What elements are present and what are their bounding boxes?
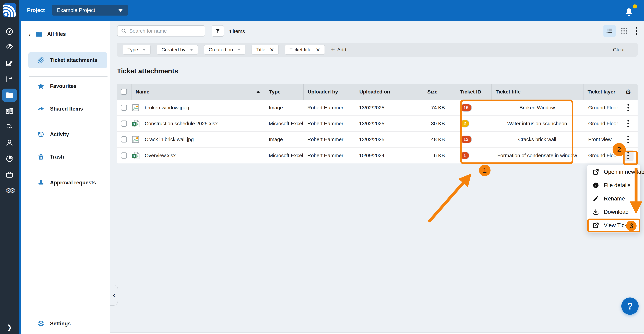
rail-item-dashboard[interactable] <box>0 24 19 40</box>
menu-item-label: File details <box>604 182 630 188</box>
row-actions-kebab-open[interactable] <box>623 150 634 161</box>
help-button[interactable]: ? <box>621 298 638 315</box>
nav-item-settings[interactable]: ⚙ Settings <box>28 316 107 332</box>
table-row[interactable]: broken window.jpeg Image Robert Hammer 1… <box>117 100 638 116</box>
filter-chip-ticket-title[interactable]: Ticket title ✕ <box>285 45 325 54</box>
row-checkbox[interactable] <box>121 105 127 111</box>
app-logo[interactable] <box>3 3 16 17</box>
select-all-checkbox[interactable] <box>121 89 127 95</box>
nav-item-label: Favourites <box>50 83 76 89</box>
row-actions-kebab[interactable] <box>623 102 634 113</box>
nav-item-trash[interactable]: Trash <box>28 149 107 165</box>
column-header-type[interactable]: Type <box>265 84 303 100</box>
list-view-button[interactable] <box>604 25 616 37</box>
row-checkbox[interactable] <box>121 152 127 158</box>
chevron-right-icon[interactable]: › <box>29 31 30 38</box>
menu-item-download[interactable]: Download <box>587 205 640 218</box>
rail-item-documents[interactable] <box>0 87 19 103</box>
menu-item-rename[interactable]: Rename <box>587 192 640 205</box>
table-row[interactable]: X Construction schedule 2025.xlsx Micros… <box>117 116 638 132</box>
nav-item-all-files[interactable]: › All files <box>25 26 107 42</box>
chip-label: Created on <box>209 47 233 52</box>
filter-chip-type[interactable]: Type <box>123 45 150 54</box>
row-actions-kebab[interactable] <box>623 134 634 145</box>
ticket-title: Broken Window <box>520 105 555 110</box>
ticket-id-badge[interactable]: 1 <box>460 152 470 160</box>
nav-item-label: Ticket attachments <box>50 57 97 63</box>
app-window: Project Example Project <box>0 0 644 334</box>
filter-chip-created-by[interactable]: Created by <box>157 45 198 54</box>
filter-funnel-button[interactable] <box>212 25 224 37</box>
nav-item-approval-requests[interactable]: Approval requests <box>28 175 107 190</box>
nav-item-activity[interactable]: Activity <box>28 126 107 142</box>
project-selector[interactable]: Example Project <box>52 5 128 16</box>
filter-chip-title[interactable]: Title ✕ <box>252 45 279 54</box>
uploaded-by: Robert Hammer <box>303 121 355 126</box>
rail-item-flags[interactable] <box>0 119 19 135</box>
search-input[interactable] <box>129 28 201 34</box>
search-box[interactable] <box>117 25 205 36</box>
nav-item-shared-items[interactable]: Shared Items <box>28 101 107 117</box>
column-header-name[interactable]: Name <box>131 84 265 100</box>
ticket-title: Water intrusion scuncheon <box>507 121 567 126</box>
buildings-icon <box>6 107 14 115</box>
rail-item-reports[interactable] <box>0 71 19 87</box>
table-settings-gear-icon[interactable]: ⚙ <box>625 84 631 100</box>
table-row[interactable]: X Overview.xlsx Microsoft Excel Robert H… <box>117 148 638 164</box>
rail-item-projects[interactable] <box>0 167 19 182</box>
form-pen-icon <box>6 59 14 68</box>
ticket-id-badge[interactable]: 13 <box>460 136 472 143</box>
filter-chip-created-on[interactable]: Created on <box>204 45 246 54</box>
rail-expand-button[interactable]: ❯ <box>0 322 19 332</box>
add-filter-button[interactable]: + Add <box>331 47 346 52</box>
row-actions-kebab[interactable] <box>623 118 634 129</box>
table-row[interactable]: Crack in brick wall.jpg Image Robert Ham… <box>117 132 638 148</box>
flag-icon <box>6 123 14 131</box>
column-header-ticket-id[interactable]: Ticket ID <box>456 84 491 100</box>
column-header-uploaded-on[interactable]: Uploaded on <box>355 84 423 100</box>
uploaded-by: Robert Hammer <box>303 105 355 110</box>
menu-item-file-details[interactable]: File details <box>587 178 640 192</box>
file-size: 30 KB <box>431 121 456 126</box>
row-checkbox[interactable] <box>121 120 127 126</box>
rail-item-plans[interactable] <box>0 103 19 119</box>
rail-item-settings[interactable]: ⚙⚙ <box>0 182 19 198</box>
project-label: Project <box>27 7 45 13</box>
close-icon[interactable]: ✕ <box>270 47 274 53</box>
clear-filters-button[interactable]: Clear <box>613 47 632 52</box>
chevron-down-icon <box>142 49 146 51</box>
nav-item-label: Approval requests <box>50 180 96 186</box>
gears-icon: ⚙⚙ <box>6 186 14 194</box>
folder-icon <box>35 30 43 38</box>
chip-label: Type <box>128 47 138 52</box>
menu-item-open-in-new-tab[interactable]: Open in new tab <box>587 165 640 178</box>
uploaded-by: Robert Hammer <box>303 153 355 158</box>
grid-view-button[interactable] <box>618 25 630 37</box>
rail-item-contacts[interactable] <box>0 135 19 151</box>
column-header-ticket-title[interactable]: Ticket title <box>491 84 583 100</box>
column-header-uploaded-by[interactable]: Uploaded by <box>303 84 355 100</box>
paperclip-icon <box>37 56 44 64</box>
top-bar: Project Example Project <box>19 0 644 20</box>
uploaded-on: 13/02/2025 <box>355 136 423 142</box>
nav-item-favourites[interactable]: Favourites <box>28 78 107 94</box>
column-header-size[interactable]: Size <box>423 84 456 100</box>
nav-item-ticket-attachments[interactable]: Ticket attachments <box>28 52 107 68</box>
rail-item-tags[interactable] <box>0 40 19 56</box>
stamp-icon <box>37 179 44 186</box>
menu-item-view-ticket[interactable]: View Ticket <box>587 218 640 232</box>
ticket-id-badge[interactable]: 16 <box>460 104 472 112</box>
close-icon[interactable]: ✕ <box>316 47 320 53</box>
file-size: 74 KB <box>431 105 456 110</box>
column-header-ticket-layer[interactable]: Ticket layer <box>583 84 619 100</box>
app-rail: ⚙⚙ ❯ <box>0 0 19 334</box>
share-arrow-icon <box>37 105 44 112</box>
notifications-button[interactable] <box>624 4 637 18</box>
rail-item-statistics[interactable] <box>0 151 19 167</box>
ticket-id-badge[interactable]: 2 <box>460 120 470 128</box>
uploaded-on: 13/02/2025 <box>355 105 423 110</box>
rail-item-forms[interactable] <box>0 56 19 71</box>
row-checkbox[interactable] <box>121 136 127 142</box>
search-icon <box>121 28 126 34</box>
collapse-panel-button[interactable]: ‹ <box>110 285 118 306</box>
